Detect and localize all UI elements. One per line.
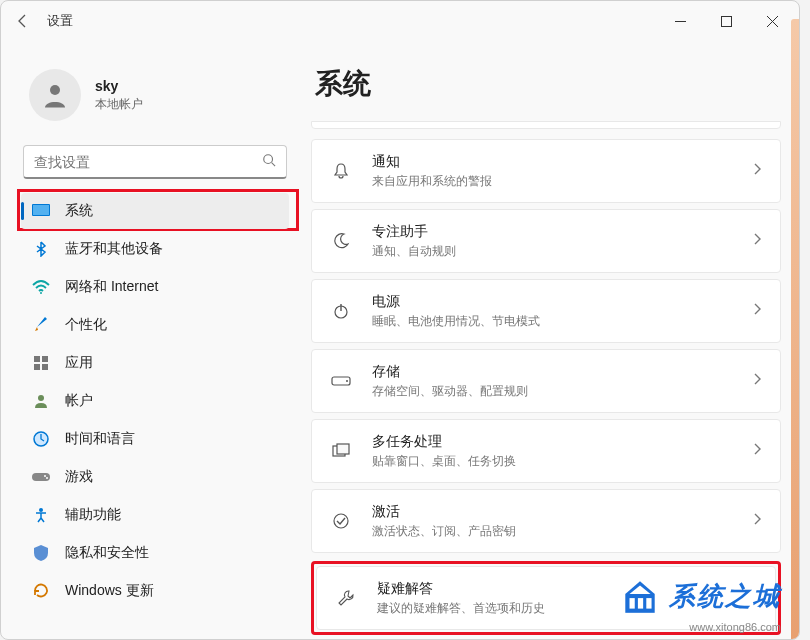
card-activation[interactable]: 激活激活状态、订阅、产品密钥 [311, 489, 781, 553]
card-subtitle: 来自应用和系统的警报 [372, 173, 752, 190]
update-icon [31, 581, 51, 601]
back-button[interactable] [5, 3, 41, 39]
card-multitasking[interactable]: 多任务处理贴靠窗口、桌面、任务切换 [311, 419, 781, 483]
nav-label: 蓝牙和其他设备 [65, 240, 163, 258]
nav-item-gaming[interactable]: 游戏 [21, 459, 289, 495]
brush-icon [31, 315, 51, 335]
card-subtitle: 睡眠、电池使用情况、节电模式 [372, 313, 752, 330]
svg-point-18 [346, 380, 348, 382]
nav-item-privacy[interactable]: 隐私和安全性 [21, 535, 289, 571]
apps-icon [31, 353, 51, 373]
svg-point-21 [334, 514, 348, 528]
nav-item-accounts[interactable]: 帐户 [21, 383, 289, 419]
person-icon [31, 391, 51, 411]
moon-icon [330, 230, 352, 252]
sidebar: sky 本地帐户 系统 蓝牙和其他设备 [1, 41, 301, 639]
card-subtitle: 存储空间、驱动器、配置规则 [372, 383, 752, 400]
account-type-label: 本地帐户 [95, 96, 143, 113]
drive-icon [330, 370, 352, 392]
nav-item-time-language[interactable]: 时间和语言 [21, 421, 289, 457]
svg-point-1 [50, 85, 60, 95]
globe-clock-icon [31, 429, 51, 449]
power-icon [330, 300, 352, 322]
settings-window: 设置 sky 本地帐户 [0, 0, 800, 640]
nav-item-personalization[interactable]: 个性化 [21, 307, 289, 343]
maximize-button[interactable] [703, 5, 749, 37]
nav-label: 辅助功能 [65, 506, 121, 524]
card-title: 存储 [372, 363, 752, 381]
nav-item-windows-update[interactable]: Windows 更新 [21, 573, 289, 609]
person-icon [40, 80, 70, 110]
card-storage[interactable]: 存储存储空间、驱动器、配置规则 [311, 349, 781, 413]
chevron-right-icon [752, 162, 762, 180]
search-icon [262, 153, 276, 171]
nav-label: 网络和 Internet [65, 278, 158, 296]
svg-rect-7 [42, 356, 48, 362]
title-bar: 设置 [1, 1, 799, 41]
nav-label: 隐私和安全性 [65, 544, 149, 562]
nav-label: 帐户 [65, 392, 93, 410]
search-input[interactable] [34, 154, 262, 170]
chevron-right-icon [752, 442, 762, 460]
card-power[interactable]: 电源睡眠、电池使用情况、节电模式 [311, 279, 781, 343]
card-title: 专注助手 [372, 223, 752, 241]
svg-rect-4 [33, 205, 49, 215]
card-stub-top [311, 121, 781, 129]
nav-label: 游戏 [65, 468, 93, 486]
bluetooth-icon [31, 239, 51, 259]
nav-label: 时间和语言 [65, 430, 135, 448]
arrow-left-icon [15, 13, 31, 29]
bell-icon [330, 160, 352, 182]
card-notifications[interactable]: 通知来自应用和系统的警报 [311, 139, 781, 203]
card-title: 多任务处理 [372, 433, 752, 451]
nav-item-apps[interactable]: 应用 [21, 345, 289, 381]
display-icon [31, 201, 51, 221]
watermark-url: www.xitong86.com [689, 621, 781, 633]
svg-point-10 [38, 395, 44, 401]
card-focus-assist[interactable]: 专注助手通知、自动规则 [311, 209, 781, 273]
check-circle-icon [330, 510, 352, 532]
close-button[interactable] [749, 5, 795, 37]
nav-label: 系统 [65, 202, 93, 220]
nav-item-system[interactable]: 系统 [21, 193, 289, 229]
nav-item-accessibility[interactable]: 辅助功能 [21, 497, 289, 533]
svg-rect-0 [721, 16, 731, 26]
chevron-right-icon [752, 232, 762, 250]
search-box[interactable] [23, 145, 287, 179]
svg-point-13 [44, 475, 46, 477]
decorative-strip [791, 19, 799, 639]
svg-rect-6 [34, 356, 40, 362]
nav-label: 个性化 [65, 316, 107, 334]
chevron-right-icon [752, 512, 762, 530]
main-panel: 系统 通知来自应用和系统的警报 专注助手通知、自动规则 电源睡眠、电池使用情况、… [301, 41, 799, 639]
nav-label: 应用 [65, 354, 93, 372]
card-subtitle: 贴靠窗口、桌面、任务切换 [372, 453, 752, 470]
card-title: 激活 [372, 503, 752, 521]
card-subtitle: 建议的疑难解答、首选项和历史 [377, 600, 757, 617]
page-title: 系统 [315, 65, 781, 103]
content-area: sky 本地帐户 系统 蓝牙和其他设备 [1, 41, 799, 639]
nav-item-bluetooth[interactable]: 蓝牙和其他设备 [21, 231, 289, 267]
card-title: 疑难解答 [377, 580, 757, 598]
multitasking-icon [330, 440, 352, 462]
profile-section[interactable]: sky 本地帐户 [21, 49, 289, 145]
svg-point-14 [46, 477, 48, 479]
wrench-icon [335, 587, 357, 609]
card-title: 通知 [372, 153, 752, 171]
svg-point-15 [39, 508, 43, 512]
minimize-button[interactable] [657, 5, 703, 37]
svg-rect-9 [42, 364, 48, 370]
window-controls [657, 5, 795, 37]
card-title: 电源 [372, 293, 752, 311]
nav-label: Windows 更新 [65, 582, 154, 600]
nav-item-network[interactable]: 网络和 Internet [21, 269, 289, 305]
nav-list: 系统 蓝牙和其他设备 网络和 Internet 个性化 应用 [21, 193, 289, 609]
username-label: sky [95, 78, 143, 94]
chevron-right-icon [752, 302, 762, 320]
gamepad-icon [31, 467, 51, 487]
shield-icon [31, 543, 51, 563]
card-subtitle: 激活状态、订阅、产品密钥 [372, 523, 752, 540]
card-subtitle: 通知、自动规则 [372, 243, 752, 260]
accessibility-icon [31, 505, 51, 525]
svg-point-2 [264, 154, 273, 163]
